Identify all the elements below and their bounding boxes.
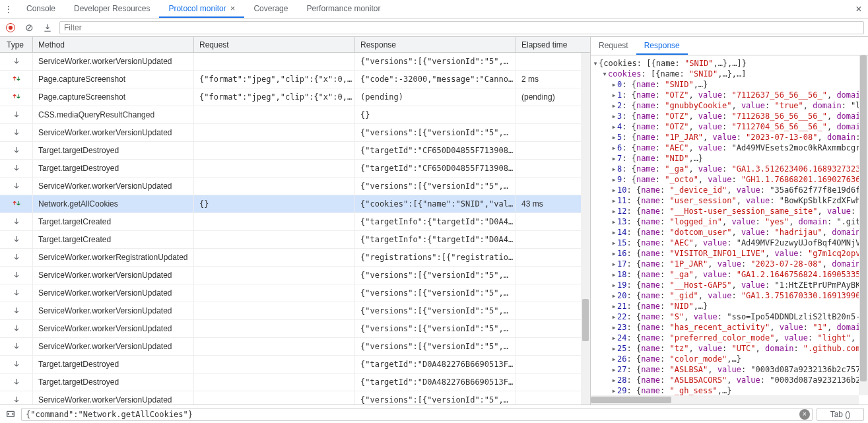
tree-node[interactable]: 13: {name: "logged_in", value: "yes", do… [592, 216, 868, 227]
command-input[interactable] [21, 408, 813, 421]
tree-node[interactable]: 15: {name: "AEC", value: "Ad49MVF2uzwyUJ… [592, 238, 868, 248]
expand-icon[interactable] [611, 227, 617, 238]
col-response[interactable]: Response [355, 37, 516, 52]
grid-vertical-scrollbar[interactable] [581, 53, 590, 405]
tree-node[interactable]: 27: {name: "ASLBSA", value: "0003d087a92… [592, 364, 868, 375]
tree-node[interactable]: 10: {name: "_device_id", value: "35a6f62… [592, 185, 868, 195]
table-row[interactable]: ServiceWorker.workerVersionUpdated{"vers… [0, 391, 590, 405]
filter-input[interactable] [59, 21, 864, 34]
filter-field[interactable] [59, 21, 864, 34]
tab-protocol-monitor[interactable]: Protocol monitor × [159, 0, 244, 18]
expand-icon[interactable] [611, 290, 617, 301]
expand-icon[interactable] [611, 269, 617, 280]
expand-icon[interactable] [611, 174, 617, 185]
expand-icon[interactable] [611, 280, 617, 290]
expand-icon[interactable] [611, 164, 617, 174]
expand-icon[interactable] [601, 69, 608, 79]
tree-node[interactable]: 1: {name: "OTZ", value: "7112637_56_56__… [592, 90, 868, 100]
expand-icon[interactable] [611, 311, 617, 322]
expand-icon[interactable] [611, 121, 617, 132]
table-row[interactable]: Target.targetCreated{"targetInfo":{"targ… [0, 231, 590, 249]
tab-coverage[interactable]: Coverage [244, 0, 297, 18]
table-row[interactable]: ServiceWorker.workerVersionUpdated{"vers… [0, 178, 590, 195]
table-row[interactable]: ServiceWorker.workerVersionUpdated{"vers… [0, 320, 590, 338]
tree-node[interactable]: 23: {name: "has_recent_activity", value:… [592, 322, 868, 333]
tree-node[interactable]: 11: {name: "user_session", value: "BowKp… [592, 195, 868, 206]
tree-node[interactable]: 25: {name: "tz", value: "UTC", domain: "… [592, 343, 868, 354]
scrollbar-thumb[interactable] [591, 397, 671, 403]
expand-icon[interactable] [611, 90, 617, 100]
command-field[interactable]: × [21, 408, 813, 421]
table-row[interactable]: Network.getAllCookies{}{"cookies":[{"nam… [0, 195, 590, 213]
table-row[interactable]: Target.targetDestroyed{"targetId":"D0A48… [0, 374, 590, 391]
expand-icon[interactable] [611, 111, 617, 121]
table-row[interactable]: Page.captureScreenshot{"format":"jpeg","… [0, 71, 590, 88]
table-row[interactable]: ServiceWorker.workerVersionUpdated{"vers… [0, 267, 590, 284]
tree-node[interactable]: 6: {name: "AEC", value: "Ad49MVEsets2moc… [592, 143, 868, 153]
kebab-menu-icon[interactable] [0, 0, 17, 18]
table-row[interactable]: ServiceWorker.workerVersionUpdated{"vers… [0, 284, 590, 302]
tree-node[interactable]: 22: {name: "S", value: "sso=Ipo54DDNDLzl… [592, 311, 868, 322]
table-row[interactable]: ServiceWorker.workerVersionUpdated{"vers… [0, 338, 590, 356]
table-row[interactable]: Target.targetDestroyed{"targetId":"CF650… [0, 160, 590, 178]
tree-node[interactable]: cookies: [{name: "SNID",…},…] [592, 69, 868, 79]
col-type[interactable]: Type [0, 37, 33, 52]
expand-icon[interactable] [611, 195, 617, 206]
tree-node[interactable]: 29: {name: "_gh_sess",…} [592, 385, 868, 396]
tree-node[interactable]: {cookies: [{name: "SNID",…},…]} [592, 58, 868, 69]
tree-node[interactable]: 16: {name: "VISITOR_INFO1_LIVE", value: … [592, 248, 868, 259]
table-row[interactable]: Target.targetDestroyed{"targetId":"D0A48… [0, 356, 590, 374]
close-drawer-icon[interactable]: × [850, 0, 868, 18]
tree-node[interactable]: 2: {name: "gnubbyCookie", value: "true",… [592, 100, 868, 111]
table-row[interactable]: CSS.mediaQueryResultChanged{} [0, 106, 590, 124]
expand-icon[interactable] [611, 259, 617, 269]
table-row[interactable]: Target.targetDestroyed{"targetId":"CF650… [0, 142, 590, 160]
expand-icon[interactable] [611, 185, 617, 195]
col-method[interactable]: Method [33, 37, 194, 52]
detail-tab-response[interactable]: Response [636, 37, 688, 55]
table-row[interactable]: ServiceWorker.workerRegistrationUpdated{… [0, 249, 590, 267]
expand-icon[interactable] [611, 364, 617, 375]
tree-node[interactable]: 0: {name: "SNID",…} [592, 79, 868, 90]
tree-node[interactable]: 26: {name: "color_mode",…} [592, 354, 868, 364]
tree-node[interactable]: 4: {name: "OTZ", value: "7112704_56_56__… [592, 121, 868, 132]
expand-icon[interactable] [611, 322, 617, 333]
expand-icon[interactable] [611, 132, 617, 143]
expand-icon[interactable] [611, 206, 617, 216]
tree-vertical-scrollbar[interactable] [859, 55, 868, 395]
command-editor-icon[interactable] [4, 408, 17, 421]
table-row[interactable]: ServiceWorker.workerVersionUpdated{"vers… [0, 53, 590, 71]
expand-icon[interactable] [611, 100, 617, 111]
expand-icon[interactable] [611, 301, 617, 311]
tab-performance-monitor[interactable]: Performance monitor [297, 0, 389, 18]
expand-icon[interactable] [592, 58, 599, 69]
close-tab-icon[interactable]: × [230, 3, 236, 13]
tree-node[interactable]: 18: {name: "_ga", value: "GA1.2.16467568… [592, 269, 868, 280]
tree-node[interactable]: 28: {name: "ASLBSACORS", value: "0003d08… [592, 375, 868, 385]
col-request[interactable]: Request [194, 37, 355, 52]
tree-node[interactable]: 17: {name: "1P_JAR", value: "2023-07-28-… [592, 259, 868, 269]
tree-node[interactable]: 9: {name: "_octo", value: "GH1.1.7686820… [592, 174, 868, 185]
expand-icon[interactable] [611, 333, 617, 343]
record-button[interactable] [4, 21, 17, 34]
save-button[interactable] [41, 21, 54, 34]
expand-icon[interactable] [611, 79, 617, 90]
expand-icon[interactable] [611, 385, 617, 396]
expand-icon[interactable] [611, 375, 617, 385]
tree-node[interactable]: 7: {name: "NID",…} [592, 153, 868, 164]
tree-node[interactable]: 20: {name: "_gid", value: "GA1.3.7516703… [592, 290, 868, 301]
tree-node[interactable]: 12: {name: "__Host-user_session_same_sit… [592, 206, 868, 216]
scrollbar-thumb[interactable] [860, 55, 867, 381]
response-tree[interactable]: {cookies: [{name: "SNID",…},…]}cookies: … [591, 55, 868, 405]
tree-horizontal-scrollbar[interactable] [591, 395, 859, 405]
tree-node[interactable]: 21: {name: "NID",…} [592, 301, 868, 311]
table-row[interactable]: ServiceWorker.workerVersionUpdated{"vers… [0, 124, 590, 142]
tab-console[interactable]: Console [17, 0, 65, 18]
tree-node[interactable]: 5: {name: "1P_JAR", value: "2023-07-13-0… [592, 132, 868, 143]
col-elapsed[interactable]: Elapsed time [516, 37, 590, 52]
expand-icon[interactable] [611, 238, 617, 248]
table-row[interactable]: Page.captureScreenshot{"format":"jpeg","… [0, 88, 590, 106]
clear-button[interactable] [22, 21, 36, 34]
table-row[interactable]: ServiceWorker.workerVersionUpdated{"vers… [0, 302, 590, 320]
expand-icon[interactable] [611, 343, 617, 354]
